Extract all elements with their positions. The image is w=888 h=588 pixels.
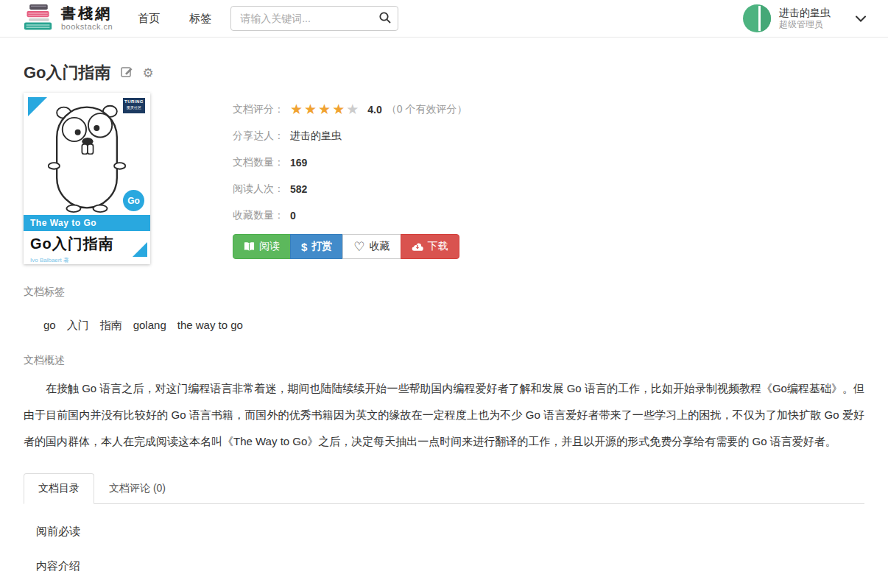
gopher-illustration [43, 102, 131, 216]
edit-button[interactable] [121, 65, 133, 80]
rating-value: 4.0 [367, 104, 381, 116]
tag-item[interactable]: 入门 [67, 319, 89, 333]
sharer-row: 分享达人： 进击的皇虫 [233, 128, 467, 144]
read-count-row: 阅读人次： 582 [233, 181, 467, 196]
doc-count-value: 169 [290, 157, 307, 169]
tab-bar: 文档目录文档评论 (0) [24, 473, 864, 504]
tag-item[interactable]: the way to go [177, 319, 243, 333]
tag-item[interactable]: 指南 [100, 319, 122, 333]
gear-icon: ⚙ [143, 67, 154, 79]
rating-note: （0 个有效评分） [387, 103, 468, 116]
star-icon[interactable]: ★ [332, 102, 345, 116]
search-input[interactable] [230, 6, 398, 31]
download-button[interactable]: 下载 [401, 234, 459, 259]
overview-text: 在接触 Go 语言之后，对这门编程语言非常着迷，期间也陆陆续续开始一些帮助国内编… [24, 375, 864, 455]
read-count-label: 阅读人次： [233, 183, 284, 196]
fav-count-label: 收藏数量： [233, 209, 284, 222]
cover-series-band: The Way to Go [24, 215, 150, 231]
go-logo-circle: Go [123, 190, 144, 211]
doc-count-row: 文档数量： 169 [233, 155, 467, 170]
toc-item[interactable]: 内容介绍 [36, 559, 864, 573]
rating-row: 文档评分： ★★★★★ 4.0 （0 个有效评分） [233, 102, 467, 117]
tip-button[interactable]: $ 打赏 [290, 234, 343, 259]
page-title: Go入门指南 [24, 62, 111, 84]
dollar-icon: $ [301, 241, 307, 253]
fav-count-value: 0 [290, 210, 296, 222]
cover-title: Go入门指南 [30, 234, 114, 254]
overview-heading: 文档概述 [24, 354, 864, 367]
toc-item[interactable]: 阅前必读 [36, 525, 864, 539]
search-icon [378, 15, 392, 26]
doc-count-label: 文档数量： [233, 156, 284, 169]
star-icon[interactable]: ★ [304, 102, 317, 116]
avatar[interactable] [743, 4, 771, 32]
rating-stars[interactable]: ★★★★★ [290, 102, 360, 116]
brand-subtitle: bookstack.cn [61, 22, 113, 32]
edit-icon [121, 65, 133, 80]
action-buttons: 阅读 $ 打赏 ♡ 收藏 [233, 234, 467, 259]
toc-list: 阅前必读内容介绍前言第1章：Go 语言的起源，发展与普及第2章：安装与运行环境 [24, 525, 864, 588]
book-cover[interactable]: TURING 图灵社区 [24, 93, 150, 264]
tab[interactable]: 文档评论 (0) [94, 473, 180, 504]
fav-count-row: 收藏数量： 0 [233, 208, 467, 223]
search-box [230, 6, 398, 31]
main-content: Go入门指南 ⚙ TURING 图灵社区 [0, 62, 888, 588]
bookstack-logo-icon [22, 4, 54, 33]
search-button[interactable] [378, 11, 392, 26]
tags-heading: 文档标签 [24, 286, 864, 299]
rating-label: 文档评分： [233, 103, 284, 116]
cover-corner-triangle-bottom [133, 242, 147, 257]
star-icon[interactable]: ★ [290, 102, 303, 116]
favorite-button[interactable]: ♡ 收藏 [342, 234, 401, 259]
tag-item[interactable]: go [43, 319, 56, 333]
nav-link[interactable]: 首页 [138, 12, 160, 26]
heart-icon: ♡ [353, 241, 364, 253]
nav-link[interactable]: 标签 [189, 12, 211, 26]
user-menu[interactable]: 进击的皇虫 超级管理员 [743, 4, 866, 32]
tags-list: go入门指南golangthe way to go [43, 319, 864, 333]
tag-item[interactable]: golang [133, 319, 166, 333]
star-icon[interactable]: ★ [346, 102, 359, 116]
brand-logo[interactable]: 書棧網 bookstack.cn [22, 4, 113, 33]
user-name: 进击的皇虫 [779, 7, 831, 20]
sharer-value: 进击的皇虫 [290, 130, 342, 143]
book-stats: 文档评分： ★★★★★ 4.0 （0 个有效评分） 分享达人： 进击的皇虫 文档… [233, 93, 467, 264]
star-icon[interactable]: ★ [318, 102, 331, 116]
brand-title: 書棧網 [61, 5, 113, 22]
cloud-download-icon [412, 242, 423, 252]
chevron-down-icon[interactable] [856, 15, 866, 22]
user-role: 超级管理员 [779, 19, 831, 30]
sharer-label: 分享达人： [233, 130, 284, 143]
book-icon [244, 241, 255, 252]
tab[interactable]: 文档目录 [24, 473, 94, 504]
cover-translator: 陈佳玮 译 [30, 263, 52, 264]
settings-button[interactable]: ⚙ [143, 67, 154, 79]
read-button[interactable]: 阅读 [233, 234, 291, 259]
nav-links: 首页标签 [138, 12, 211, 26]
read-count-value: 582 [290, 183, 307, 195]
navbar: 書棧網 bookstack.cn 首页标签 进击的皇虫 超级管理员 [0, 0, 888, 38]
